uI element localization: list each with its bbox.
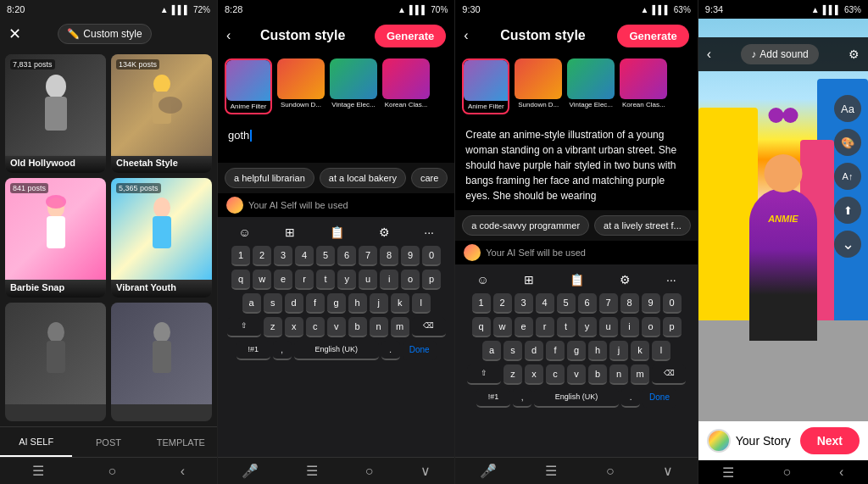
kb3-0[interactable]: 0: [663, 293, 682, 314]
nav-down-2[interactable]: ∨: [420, 463, 431, 479]
kb-l[interactable]: l: [412, 293, 431, 314]
kb-c[interactable]: c: [306, 317, 325, 337]
kb3-f[interactable]: f: [546, 341, 565, 361]
kb-8[interactable]: 8: [380, 246, 398, 266]
kb-s[interactable]: s: [264, 293, 282, 314]
filter-korean-3[interactable]: Korean Clas...: [620, 58, 667, 114]
generate-btn-2[interactable]: Generate: [375, 25, 446, 47]
kb-4[interactable]: 4: [295, 246, 314, 266]
kb3-shift[interactable]: ⇧: [467, 364, 501, 385]
back-btn-3[interactable]: ‹: [464, 28, 468, 43]
kb-e[interactable]: e: [274, 270, 292, 290]
kb3-h[interactable]: h: [588, 341, 607, 361]
kb3-comma[interactable]: ,: [513, 388, 531, 408]
kb3-b[interactable]: b: [588, 364, 607, 385]
kb3-a[interactable]: a: [482, 341, 501, 361]
nav-mic-3[interactable]: 🎤: [480, 463, 497, 479]
style-dark2[interactable]: [111, 303, 212, 421]
kb-b[interactable]: b: [348, 317, 367, 337]
kb-x[interactable]: x: [285, 317, 303, 337]
kb-more-icon-2[interactable]: ···: [419, 224, 439, 241]
tool-text-btn[interactable]: Aa: [834, 95, 861, 122]
kb3-q[interactable]: q: [472, 317, 491, 337]
add-sound-btn[interactable]: ♪ Add sound: [741, 44, 818, 64]
kb-settings-icon-3[interactable]: ⚙: [615, 271, 636, 288]
kb3-m[interactable]: m: [631, 364, 649, 385]
kb-r[interactable]: r: [295, 270, 314, 290]
kb-z[interactable]: z: [264, 317, 282, 337]
kb-period-2[interactable]: .: [381, 341, 400, 360]
kb-clipboard-icon-2[interactable]: 📋: [325, 224, 349, 241]
kb3-d[interactable]: d: [525, 341, 543, 361]
filter-sundown-3[interactable]: Sundown D...: [515, 58, 562, 114]
tab-post[interactable]: POST: [72, 427, 144, 457]
kb-7[interactable]: 7: [359, 246, 377, 266]
style-barbie[interactable]: 841 posts Barbie Snap: [5, 178, 106, 297]
kb3-8[interactable]: 8: [620, 293, 639, 314]
nav-menu-icon[interactable]: ☰: [32, 463, 44, 479]
kb-k[interactable]: k: [391, 293, 409, 314]
kb-more-icon-3[interactable]: ···: [661, 271, 682, 288]
kb3-special[interactable]: !#1: [476, 388, 510, 408]
kb3-7[interactable]: 7: [599, 293, 618, 314]
style-dark1[interactable]: [5, 303, 106, 421]
kb-emoji-icon-3[interactable]: ☺: [471, 271, 493, 288]
kb-comma-2[interactable]: ,: [273, 341, 292, 360]
filter-vintage-3[interactable]: Vintage Elec...: [567, 58, 615, 114]
kb-t[interactable]: t: [316, 270, 335, 290]
nav-back-4[interactable]: ‹: [839, 465, 843, 480]
filter-anime-3[interactable]: Anime Filter: [462, 58, 509, 114]
kb3-r[interactable]: r: [536, 317, 554, 337]
back-btn-4[interactable]: ‹: [707, 47, 711, 62]
text-input-area-2[interactable]: goth: [218, 120, 454, 163]
text-input-area-3[interactable]: Create an anime-style illustration of a …: [455, 120, 697, 210]
nav-menu-2[interactable]: ☰: [306, 463, 318, 479]
nav-mic-2[interactable]: 🎤: [242, 463, 259, 479]
kb-d[interactable]: d: [285, 293, 303, 314]
filter-sundown-2[interactable]: Sundown D...: [277, 58, 325, 114]
tool-text2-btn[interactable]: A↑: [834, 163, 861, 190]
close-icon-1[interactable]: ✕: [8, 25, 21, 43]
kb-emoji-icon-2[interactable]: ☺: [233, 224, 255, 241]
settings-icon-4[interactable]: ⚙: [849, 47, 860, 61]
nav-down-3[interactable]: ∨: [663, 463, 673, 479]
generate-btn-3[interactable]: Generate: [617, 25, 688, 47]
kb-settings-icon-2[interactable]: ⚙: [374, 224, 395, 241]
kb-shift-2[interactable]: ⇧: [227, 317, 261, 337]
kb-done-2[interactable]: Done: [403, 341, 437, 360]
kb3-space[interactable]: English (UK): [534, 388, 619, 408]
kb3-c[interactable]: c: [546, 364, 565, 385]
kb3-g[interactable]: g: [567, 341, 586, 361]
kb3-4[interactable]: 4: [536, 293, 554, 314]
style-old-hollywood[interactable]: 7,831 posts Old Hollywood: [5, 54, 106, 173]
suggestion-bakery[interactable]: at a local bakery: [320, 168, 406, 188]
kb3-t[interactable]: t: [557, 317, 576, 337]
suggestion-street[interactable]: at a lively street f...: [594, 215, 691, 236]
kb-1[interactable]: 1: [231, 246, 250, 266]
kb3-o[interactable]: o: [642, 317, 660, 337]
kb-gif-icon-2[interactable]: ⊞: [280, 224, 300, 241]
kb-space-2[interactable]: English (UK): [294, 341, 379, 360]
suggestion-librarian[interactable]: a helpful librarian: [225, 168, 314, 188]
kb3-u[interactable]: u: [599, 317, 618, 337]
filter-anime-2[interactable]: Anime Filter: [225, 58, 272, 114]
nav-home-3[interactable]: ○: [606, 464, 615, 479]
kb3-1[interactable]: 1: [472, 293, 491, 314]
kb3-e[interactable]: e: [515, 317, 533, 337]
kb3-5[interactable]: 5: [557, 293, 576, 314]
kb-w[interactable]: w: [253, 270, 271, 290]
kb3-9[interactable]: 9: [642, 293, 660, 314]
kb3-k[interactable]: k: [631, 341, 649, 361]
kb3-x[interactable]: x: [525, 364, 543, 385]
nav-home-2[interactable]: ○: [365, 464, 374, 479]
style-vibrant[interactable]: 5,365 posts Vibrant Youth: [111, 178, 212, 297]
kb3-z[interactable]: z: [504, 364, 522, 385]
tool-sticker-btn[interactable]: 🎨: [834, 129, 861, 156]
style-cheetah[interactable]: 134K posts Cheetah Style: [111, 54, 212, 173]
kb3-2[interactable]: 2: [493, 293, 512, 314]
next-btn[interactable]: Next: [800, 427, 860, 454]
kb-n[interactable]: n: [370, 317, 388, 337]
tool-upload-btn[interactable]: ⬆: [834, 197, 861, 224]
suggestion-programmer[interactable]: a code-savvy programmer: [462, 215, 589, 236]
tab-template[interactable]: TEMPLATE: [145, 427, 217, 457]
